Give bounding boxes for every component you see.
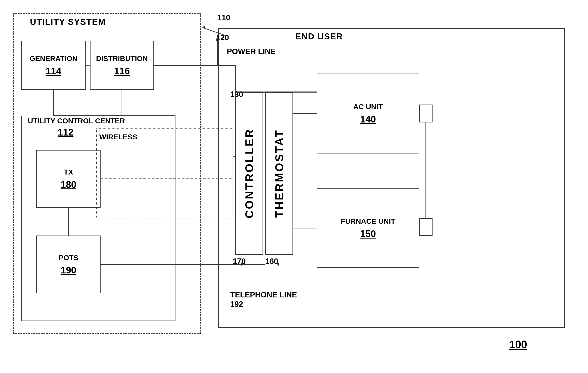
utility-system-label: UTILITY SYSTEM [30, 17, 106, 27]
distribution-number: 116 [114, 66, 130, 77]
end-user-label: END USER [295, 32, 343, 41]
ac-unit-box: AC UNIT 140 [317, 73, 419, 154]
wireless-label: WIRELESS [99, 133, 137, 141]
ref-130-label: 130 [230, 90, 243, 99]
generation-title: GENERATION [30, 55, 77, 63]
pots-box: POTS 190 [36, 236, 101, 293]
telephone-line-number: 192 [230, 300, 243, 309]
distribution-title: DISTRIBUTION [96, 55, 148, 63]
pots-number: 190 [61, 265, 76, 275]
generation-number: 114 [46, 66, 61, 77]
ac-unit-title: AC UNIT [353, 103, 383, 111]
distribution-box: DISTRIBUTION 116 [90, 41, 154, 90]
tx-number: 180 [61, 179, 76, 190]
controller-ref-label: 170 [233, 257, 246, 266]
ref-120-label: 120 [216, 33, 229, 42]
ac-unit-number: 140 [360, 114, 376, 125]
wireless-box [96, 129, 233, 219]
ref-110-label: 110 [217, 13, 230, 22]
diagram-ref-number: 100 [509, 338, 527, 351]
utility-control-number: 112 [58, 127, 74, 138]
generation-box: GENERATION 114 [21, 41, 86, 90]
power-line-label: POWER LINE [227, 47, 276, 56]
furnace-unit-box: FURNACE UNIT 150 [317, 188, 419, 268]
pots-title: POTS [59, 253, 79, 262]
telephone-line-label: TELEPHONE LINE [230, 290, 297, 299]
thermostat-ref-label: 160 [265, 257, 278, 266]
utility-control-label: UTILITY CONTROL CENTER [28, 117, 125, 125]
furnace-unit-number: 150 [360, 229, 376, 239]
thermostat-box: THERMOSTAT [265, 92, 293, 255]
controller-box: CONTROLLER [235, 92, 263, 255]
thermostat-text: THERMOSTAT [273, 129, 286, 218]
controller-text: CONTROLLER [243, 128, 256, 219]
tx-box: TX 180 [36, 150, 101, 208]
furnace-unit-title: FURNACE UNIT [341, 217, 395, 225]
diagram: UTILITY SYSTEM END USER GENERATION 114 D… [0, 0, 588, 373]
svg-marker-20 [202, 26, 205, 29]
tx-title: TX [64, 168, 73, 176]
